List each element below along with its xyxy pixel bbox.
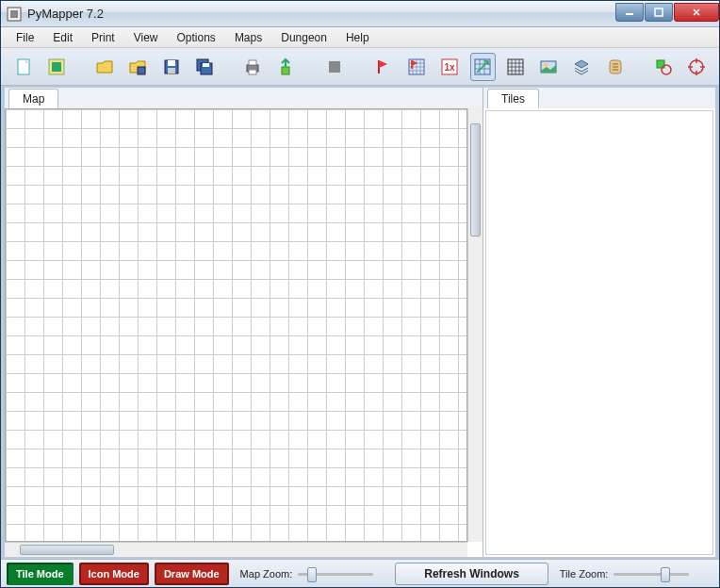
menu-file[interactable]: File [7,28,43,47]
block-icon[interactable] [322,53,348,81]
close-button[interactable] [674,3,719,22]
scroll-icon[interactable] [602,53,628,81]
tiles-body[interactable] [485,110,713,555]
save-as-icon[interactable] [125,53,151,81]
menu-help[interactable]: Help [336,28,379,47]
svg-rect-18 [329,61,340,73]
menu-print[interactable]: Print [82,28,124,47]
svg-rect-17 [282,67,289,74]
slider-thumb[interactable] [307,567,317,582]
tile-zoom-slider[interactable] [614,565,689,582]
svg-rect-2 [626,13,633,15]
save-all-icon[interactable] [191,53,217,81]
map-scrollbar-horizontal[interactable] [5,542,467,557]
svg-point-25 [544,63,548,67]
tile-mode-button[interactable]: Tile Mode [7,563,74,585]
frame-icon[interactable] [43,53,69,81]
svg-rect-15 [249,60,256,65]
svg-rect-3 [655,8,663,16]
map-zoom-slider[interactable] [298,565,373,582]
map-grid-area [5,108,483,557]
refresh-windows-button[interactable]: Refresh Windows [395,563,548,585]
menu-options[interactable]: Options [168,28,225,47]
menubar: File Edit Print View Options Maps Dungeo… [1,27,719,48]
window-controls [614,3,719,22]
map-scrollbar-vertical[interactable] [467,108,483,542]
save-icon[interactable] [158,53,184,81]
svg-rect-10 [168,68,175,74]
app-icon [7,7,22,22]
slider-thumb[interactable] [661,567,670,582]
shape-icon[interactable] [651,53,677,81]
tile-zoom-label: Tile Zoom: [560,568,609,580]
tab-map[interactable]: Map [8,89,58,108]
scale-1x-icon[interactable]: 1x [437,53,463,81]
tiles-tabstrip: Tiles [483,88,715,108]
svg-rect-16 [249,70,256,74]
icon-mode-button[interactable]: Icon Mode [79,563,149,585]
map-zoom-label: Map Zoom: [240,568,293,580]
minimize-button[interactable] [615,3,644,22]
app-window: PyMapper 7.2 File Edit Print View Option… [0,0,720,588]
target-icon[interactable] [684,53,710,81]
maximize-button[interactable] [645,3,673,22]
print-icon[interactable] [240,53,266,81]
map-canvas[interactable] [5,108,467,542]
scrollbar-thumb[interactable] [20,545,114,555]
tab-tiles[interactable]: Tiles [487,89,539,108]
export-icon[interactable] [273,53,299,81]
menu-view[interactable]: View [124,28,168,47]
grid-icon[interactable] [503,53,529,81]
flag-grid-icon[interactable] [404,53,430,81]
flag-icon[interactable] [371,53,397,81]
layers-icon[interactable] [569,53,595,81]
new-icon[interactable] [10,53,36,81]
svg-rect-13 [203,63,209,67]
slider-track [614,573,689,576]
tiles-panel: Tiles [483,88,715,557]
toolbar: 1x [1,48,719,86]
svg-rect-1 [10,10,18,18]
draw-mode-button[interactable]: Draw Mode [155,563,229,585]
svg-text:1x: 1x [445,62,456,73]
statusbar: Tile Mode Icon Mode Draw Mode Map Zoom: … [1,559,719,587]
window-title: PyMapper 7.2 [27,7,614,21]
open-icon[interactable] [92,53,118,81]
menu-maps[interactable]: Maps [225,28,271,47]
titlebar[interactable]: PyMapper 7.2 [1,1,719,27]
map-panel: Map [5,88,483,557]
scrollbar-thumb[interactable] [470,123,481,237]
content-area: Map Tiles [1,86,719,559]
svg-rect-6 [52,62,61,72]
menu-dungeon[interactable]: Dungeon [271,28,336,47]
image-icon[interactable] [536,53,562,81]
svg-point-28 [662,65,671,74]
map-tabstrip: Map [5,88,483,108]
snap-grid-icon[interactable] [470,53,496,81]
menu-edit[interactable]: Edit [43,28,82,47]
svg-rect-7 [138,67,145,74]
svg-rect-9 [168,60,175,66]
